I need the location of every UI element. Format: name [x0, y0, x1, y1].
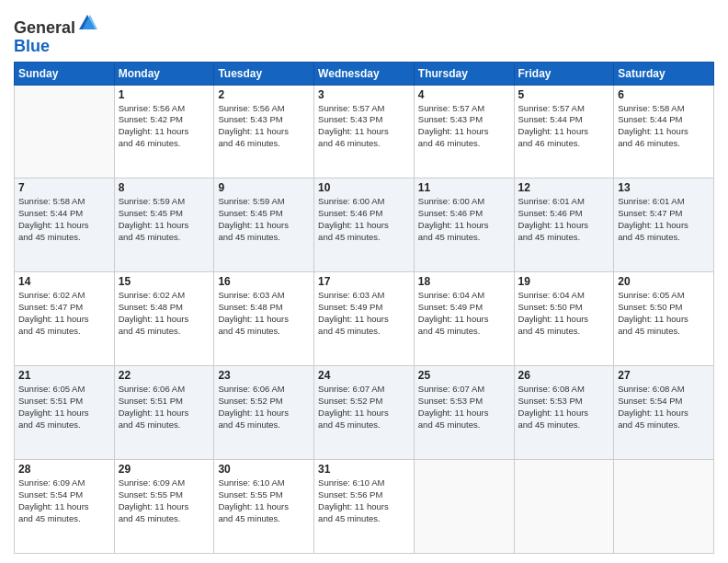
logo-general-text: General: [14, 18, 75, 37]
day-info: Sunrise: 6:09 AMSunset: 5:55 PMDaylight:…: [119, 477, 210, 524]
weekday-header-wednesday: Wednesday: [314, 62, 415, 85]
day-info: Sunrise: 6:01 AMSunset: 5:46 PMDaylight:…: [518, 196, 610, 243]
day-info: Sunrise: 6:03 AMSunset: 5:48 PMDaylight:…: [218, 290, 310, 337]
calendar-cell: 7Sunrise: 5:58 AMSunset: 5:44 PMDaylight…: [15, 178, 115, 272]
day-number: 4: [418, 88, 510, 101]
day-info: Sunrise: 6:03 AMSunset: 5:49 PMDaylight:…: [318, 290, 410, 337]
day-number: 24: [318, 369, 410, 382]
calendar-cell: 13Sunrise: 6:01 AMSunset: 5:47 PMDayligh…: [614, 178, 714, 272]
calendar-cell: 14Sunrise: 6:02 AMSunset: 5:47 PMDayligh…: [15, 272, 115, 366]
day-number: 8: [119, 181, 210, 194]
day-info: Sunrise: 6:08 AMSunset: 5:53 PMDaylight:…: [518, 384, 610, 431]
day-number: 30: [218, 463, 310, 476]
day-number: 9: [218, 181, 310, 194]
day-info: Sunrise: 6:02 AMSunset: 5:48 PMDaylight:…: [119, 290, 210, 337]
day-number: 16: [218, 275, 310, 288]
calendar-cell: 3Sunrise: 5:57 AMSunset: 5:43 PMDaylight…: [314, 85, 415, 178]
calendar-cell: 5Sunrise: 5:57 AMSunset: 5:44 PMDaylight…: [514, 85, 614, 178]
day-info: Sunrise: 6:00 AMSunset: 5:46 PMDaylight:…: [318, 196, 410, 243]
day-number: 11: [418, 181, 510, 194]
calendar-cell: 10Sunrise: 6:00 AMSunset: 5:46 PMDayligh…: [314, 178, 415, 272]
day-info: Sunrise: 6:06 AMSunset: 5:51 PMDaylight:…: [119, 384, 210, 431]
day-info: Sunrise: 5:57 AMSunset: 5:43 PMDaylight:…: [318, 103, 410, 150]
calendar-cell: 19Sunrise: 6:04 AMSunset: 5:50 PMDayligh…: [514, 272, 614, 366]
calendar-cell: 12Sunrise: 6:01 AMSunset: 5:46 PMDayligh…: [514, 178, 614, 272]
calendar-page: General Blue SundayMondayTuesdayWednesda…: [0, 0, 728, 563]
day-info: Sunrise: 6:10 AMSunset: 5:55 PMDaylight:…: [218, 477, 310, 524]
weekday-header-sunday: Sunday: [15, 62, 115, 85]
calendar-cell: [414, 460, 514, 554]
weekday-header-thursday: Thursday: [414, 62, 514, 85]
logo: General Blue: [14, 13, 97, 56]
calendar-week-row: 28Sunrise: 6:09 AMSunset: 5:54 PMDayligh…: [15, 460, 714, 554]
calendar-week-row: 14Sunrise: 6:02 AMSunset: 5:47 PMDayligh…: [15, 272, 714, 366]
calendar-table: SundayMondayTuesdayWednesdayThursdayFrid…: [14, 62, 714, 554]
calendar-cell: 26Sunrise: 6:08 AMSunset: 5:53 PMDayligh…: [514, 366, 614, 460]
page-header: General Blue: [14, 9, 714, 56]
calendar-week-row: 21Sunrise: 6:05 AMSunset: 5:51 PMDayligh…: [15, 366, 714, 460]
day-info: Sunrise: 5:58 AMSunset: 5:44 PMDaylight:…: [18, 196, 110, 243]
calendar-cell: 24Sunrise: 6:07 AMSunset: 5:52 PMDayligh…: [314, 366, 415, 460]
calendar-week-row: 7Sunrise: 5:58 AMSunset: 5:44 PMDaylight…: [15, 178, 714, 272]
calendar-cell: 1Sunrise: 5:56 AMSunset: 5:42 PMDaylight…: [114, 85, 214, 178]
calendar-cell: 27Sunrise: 6:08 AMSunset: 5:54 PMDayligh…: [614, 366, 714, 460]
weekday-header-friday: Friday: [514, 62, 614, 85]
day-number: 17: [318, 275, 410, 288]
calendar-cell: 29Sunrise: 6:09 AMSunset: 5:55 PMDayligh…: [114, 460, 214, 554]
calendar-cell: [614, 460, 714, 554]
calendar-cell: [514, 460, 614, 554]
day-info: Sunrise: 5:57 AMSunset: 5:44 PMDaylight:…: [518, 103, 610, 150]
day-info: Sunrise: 5:59 AMSunset: 5:45 PMDaylight:…: [119, 196, 210, 243]
calendar-cell: 23Sunrise: 6:06 AMSunset: 5:52 PMDayligh…: [214, 366, 314, 460]
day-number: 28: [18, 463, 110, 476]
calendar-cell: 6Sunrise: 5:58 AMSunset: 5:44 PMDaylight…: [614, 85, 714, 178]
calendar-cell: 16Sunrise: 6:03 AMSunset: 5:48 PMDayligh…: [214, 272, 314, 366]
day-number: 14: [18, 275, 110, 288]
day-info: Sunrise: 5:59 AMSunset: 5:45 PMDaylight:…: [218, 196, 310, 243]
calendar-cell: 22Sunrise: 6:06 AMSunset: 5:51 PMDayligh…: [114, 366, 214, 460]
day-info: Sunrise: 5:57 AMSunset: 5:43 PMDaylight:…: [418, 103, 510, 150]
weekday-header-tuesday: Tuesday: [214, 62, 314, 85]
day-info: Sunrise: 6:05 AMSunset: 5:50 PMDaylight:…: [618, 290, 710, 337]
calendar-cell: 20Sunrise: 6:05 AMSunset: 5:50 PMDayligh…: [614, 272, 714, 366]
calendar-cell: [15, 85, 115, 178]
day-number: 18: [418, 275, 510, 288]
day-info: Sunrise: 6:07 AMSunset: 5:53 PMDaylight:…: [418, 384, 510, 431]
day-info: Sunrise: 6:04 AMSunset: 5:50 PMDaylight:…: [518, 290, 610, 337]
day-number: 7: [18, 181, 110, 194]
day-number: 23: [218, 369, 310, 382]
day-number: 27: [618, 369, 710, 382]
day-number: 15: [119, 275, 210, 288]
day-info: Sunrise: 6:07 AMSunset: 5:52 PMDaylight:…: [318, 384, 410, 431]
calendar-cell: 17Sunrise: 6:03 AMSunset: 5:49 PMDayligh…: [314, 272, 415, 366]
calendar-cell: 15Sunrise: 6:02 AMSunset: 5:48 PMDayligh…: [114, 272, 214, 366]
day-info: Sunrise: 5:58 AMSunset: 5:44 PMDaylight:…: [618, 103, 710, 150]
day-number: 2: [218, 88, 310, 101]
day-number: 31: [318, 463, 410, 476]
weekday-header-monday: Monday: [114, 62, 214, 85]
day-number: 12: [518, 181, 610, 194]
day-info: Sunrise: 5:56 AMSunset: 5:43 PMDaylight:…: [218, 103, 310, 150]
calendar-cell: 4Sunrise: 5:57 AMSunset: 5:43 PMDaylight…: [414, 85, 514, 178]
day-number: 25: [418, 369, 510, 382]
weekday-header-row: SundayMondayTuesdayWednesdayThursdayFrid…: [15, 62, 714, 85]
day-number: 6: [618, 88, 710, 101]
calendar-week-row: 1Sunrise: 5:56 AMSunset: 5:42 PMDaylight…: [15, 85, 714, 178]
day-info: Sunrise: 6:08 AMSunset: 5:54 PMDaylight:…: [618, 384, 710, 431]
day-number: 29: [119, 463, 210, 476]
day-info: Sunrise: 6:09 AMSunset: 5:54 PMDaylight:…: [18, 477, 110, 524]
day-info: Sunrise: 5:56 AMSunset: 5:42 PMDaylight:…: [119, 103, 210, 150]
day-info: Sunrise: 6:10 AMSunset: 5:56 PMDaylight:…: [318, 477, 410, 524]
day-number: 13: [618, 181, 710, 194]
day-info: Sunrise: 6:06 AMSunset: 5:52 PMDaylight:…: [218, 384, 310, 431]
calendar-cell: 21Sunrise: 6:05 AMSunset: 5:51 PMDayligh…: [15, 366, 115, 460]
calendar-cell: 9Sunrise: 5:59 AMSunset: 5:45 PMDaylight…: [214, 178, 314, 272]
day-info: Sunrise: 6:04 AMSunset: 5:49 PMDaylight:…: [418, 290, 510, 337]
calendar-cell: 8Sunrise: 5:59 AMSunset: 5:45 PMDaylight…: [114, 178, 214, 272]
calendar-cell: 31Sunrise: 6:10 AMSunset: 5:56 PMDayligh…: [314, 460, 415, 554]
day-info: Sunrise: 6:01 AMSunset: 5:47 PMDaylight:…: [618, 196, 710, 243]
day-info: Sunrise: 6:05 AMSunset: 5:51 PMDaylight:…: [18, 384, 110, 431]
calendar-cell: 11Sunrise: 6:00 AMSunset: 5:46 PMDayligh…: [414, 178, 514, 272]
logo-blue-text: Blue: [14, 37, 50, 55]
day-number: 10: [318, 181, 410, 194]
